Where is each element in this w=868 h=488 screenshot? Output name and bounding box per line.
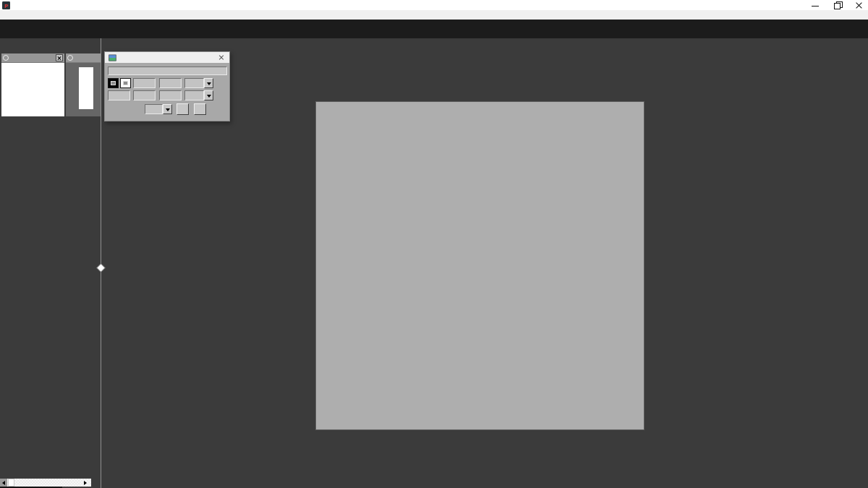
colorspace-value — [184, 90, 204, 100]
probe-mode-light-toggle[interactable] — [120, 78, 131, 88]
image-card-file[interactable] — [66, 53, 101, 116]
white-image-thumb — [79, 67, 93, 109]
checkerboard-canvas[interactable] — [316, 102, 644, 429]
image-card-thumbnail[interactable] — [1, 63, 64, 116]
readout-dialog-icon — [109, 54, 116, 61]
main-toolbar — [0, 20, 868, 38]
title-bar: P — [0, 0, 868, 10]
probe-size-dropdown[interactable] — [145, 104, 172, 114]
readout-dialog[interactable] — [104, 51, 230, 121]
chevron-down-icon[interactable] — [204, 90, 213, 100]
image-card-thumbnail[interactable] — [66, 63, 101, 116]
image-card-header — [66, 53, 101, 63]
radio-icon[interactable] — [3, 55, 9, 61]
app-window: P — [0, 0, 868, 488]
panel-splitter[interactable] — [101, 38, 101, 488]
readout-g-field[interactable] — [133, 90, 156, 100]
readout-title-bar[interactable] — [105, 52, 229, 63]
colorspace-dropdown[interactable] — [184, 90, 213, 100]
checkerboard-thumbnail — [3, 64, 61, 111]
gear-icon — [178, 105, 187, 114]
restore-icon[interactable] — [829, 0, 845, 10]
chevron-down-icon[interactable] — [163, 104, 172, 114]
radio-icon[interactable] — [67, 55, 73, 61]
probe-size-value — [145, 104, 163, 114]
probe-mode-dark-toggle[interactable] — [108, 78, 119, 88]
readout-y-field[interactable] — [159, 78, 182, 88]
readout-help-button[interactable] — [194, 103, 206, 115]
image-card-checkerboard[interactable] — [1, 53, 64, 116]
close-icon[interactable] — [851, 0, 867, 10]
splitter-handle-icon[interactable] — [98, 265, 105, 272]
app-logo-icon: P — [2, 1, 10, 9]
chevron-down-icon[interactable] — [204, 78, 213, 88]
card-close-icon[interactable] — [56, 54, 63, 61]
minimize-icon[interactable] — [807, 0, 823, 10]
image-card-header — [1, 53, 64, 63]
unit-dropdown[interactable] — [184, 78, 213, 88]
unit-value — [184, 78, 204, 88]
scrollbar-thumb[interactable] — [8, 479, 14, 487]
readout-b-field[interactable] — [159, 90, 182, 100]
readout-x-field[interactable] — [133, 78, 156, 88]
readout-source-field[interactable] — [108, 67, 227, 75]
horizontal-scrollbar[interactable] — [0, 479, 91, 487]
readout-r-field[interactable] — [108, 90, 130, 100]
svg-text:P: P — [4, 3, 8, 9]
readout-settings-button[interactable] — [176, 103, 189, 115]
scroll-right-icon[interactable] — [81, 479, 90, 487]
readout-close-icon[interactable] — [218, 53, 226, 61]
menu-bar — [0, 10, 868, 20]
scroll-left-icon[interactable] — [0, 479, 7, 487]
